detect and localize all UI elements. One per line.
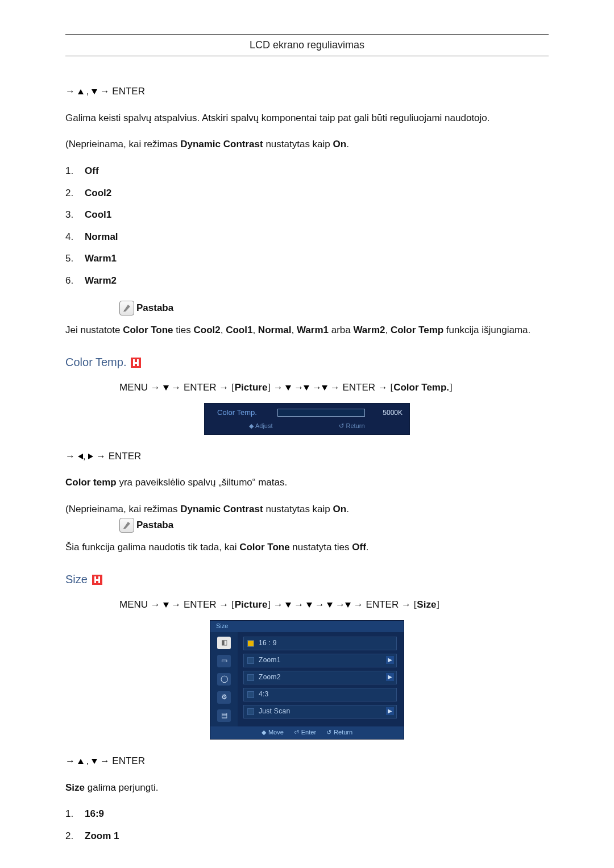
text: Jei nustatote [65,325,123,335]
note-label: Pastaba [136,301,173,315]
text: Cool2 [193,325,220,335]
size-option-just-scan[interactable]: Just Scan ▶ [243,705,397,719]
intro-paragraph-2: (Neprieinama, kai režimas Dynamic Contra… [65,138,549,152]
osd-adjust-hint: ◆ Adjust [249,422,272,431]
nav-sequence-3: → , → ENTER [65,754,549,769]
list-item: 1.16:9 [65,807,549,821]
size-option-zoom1[interactable]: Zoom1 ▶ [243,654,397,667]
arrow-right-icon [88,454,93,459]
rule-top [65,34,549,35]
color-temp-label: Color temp [65,477,117,488]
color-tone-option-list: 1.Off 2.Cool2 3.Cool1 4.Normal 5.Warm1 6… [65,164,549,288]
color-temp-label: Color Temp [391,325,443,335]
option-label: 4:3 [259,690,269,699]
text: . [366,542,369,553]
page-title: LCD ekrano reguliavimas [65,39,549,51]
option-warm1: Warm1 [85,253,117,264]
size-option-zoom2[interactable]: Zoom2 ▶ [243,671,397,684]
on-label: On [333,504,347,514]
text: Move [268,728,284,737]
osd-slider[interactable] [277,409,365,417]
text: arba [329,325,353,335]
text: nustatyta ties [290,542,352,553]
side-icon-multi[interactable]: ▤ [217,709,231,722]
nav-sequence-1: → , → ENTER [65,85,549,99]
source-h-icon [92,575,102,585]
arrow-down-icon [92,759,97,764]
menu-label: MENU [119,599,148,610]
arrow-down-icon [285,385,291,391]
menu-label: MENU [119,382,148,393]
arrow-down-icon [306,603,312,608]
section-heading-size: Size [65,571,549,588]
section-title: Size [65,571,88,588]
check-icon [247,691,254,698]
osd-color-temp-panel: Color Temp. 5000K ◆ Adjust ↺ Return [204,403,410,435]
osd-size-footer: ◆ Move ⏎ Enter ↺ Return [210,726,404,739]
option-label: 16 : 9 [259,638,277,648]
footer-return: ↺ Return [326,728,352,737]
text: Normal [258,325,292,335]
menu-path-size: MENU → → ENTER → [Picture] → → → → → ENT… [119,598,549,612]
picture-label: Picture [235,599,268,610]
text: Warm2 [353,325,385,335]
list-item: 6.Warm2 [65,274,549,288]
list-item: 3.Cool1 [65,208,549,222]
size-option-4-3[interactable]: 4:3 [243,688,397,701]
arrow-down-icon [163,385,169,391]
arrow-down-icon [327,603,333,608]
body: → , → ENTER Galima keisti spalvų atspalv… [65,85,549,843]
text: nustatytas kaip [263,504,333,514]
size-option-list: 1.16:9 2.Zoom 1 [65,807,549,843]
option-cool1: Cool1 [85,209,111,220]
side-icon-input[interactable]: ◧ [217,637,231,649]
enter-label: ENTER [112,86,145,97]
text: , [252,325,258,335]
text: Cool1 [226,325,252,335]
osd-row: Color Temp. 5000K [205,404,409,421]
text: Return [334,728,352,737]
osd-color-temp: Color Temp. 5000K ◆ Adjust ↺ Return [65,403,549,435]
on-label: On [333,139,347,149]
arrow-down-icon [92,89,97,94]
list-item: 5.Warm1 [65,252,549,266]
list-item: 2.Zoom 1 [65,829,549,844]
arrow-left-icon [78,454,83,459]
osd-size-body: ◧ ▭ ◯ ⚙ ▤ 16 : 9 Zoom1 [210,632,404,726]
source-h-icon [131,358,141,368]
submenu-arrow-icon: ▶ [386,673,394,681]
osd-label: Color Temp. [217,408,268,418]
osd-size-list: 16 : 9 Zoom1 ▶ Zoom2 ▶ [238,632,404,726]
intro-paragraph-1: Galima keisti spalvų atspalvius. Atskiri… [65,111,549,126]
arrow-up-icon [78,759,84,764]
dynamic-contrast-label: Dynamic Contrast [180,504,263,514]
text: funkcija išjungiama. [443,325,530,335]
text: Šia funkcija galima naudotis tik tada, k… [65,542,239,553]
side-icon-sound[interactable]: ◯ [217,673,231,686]
osd-side-icons: ◧ ▭ ◯ ⚙ ▤ [210,632,238,726]
text: , [221,325,226,335]
size-option-16-9[interactable]: 16 : 9 [243,637,397,650]
text: yra paveikslėlio spalvų „šiltumo“ matas. [117,477,287,488]
text: galima perjungti. [85,782,158,793]
side-icon-setup[interactable]: ⚙ [217,691,231,704]
submenu-arrow-icon: ▶ [386,707,394,715]
arrow-down-icon [304,385,309,391]
note-label: Pastaba [136,518,173,533]
menu-path-color-temp: MENU → → ENTER → [Picture] → → → → ENTER… [119,381,549,395]
text: Enter [301,728,316,737]
enter-label: ENTER [342,382,375,393]
rule-under-title [65,56,549,56]
osd-size-panel: Size ◧ ▭ ◯ ⚙ ▤ 16 : 9 [210,620,404,740]
option-cool2: Cool2 [85,188,111,198]
color-tone-label: Color Tone [239,542,289,553]
check-icon [247,674,254,681]
list-item: 1.Off [65,164,549,178]
option-label: Just Scan [259,707,290,716]
text: Return [346,422,365,429]
footer-enter: ⏎ Enter [294,728,316,737]
text: (Neprieinama, kai režimas [65,139,180,149]
arrow-down-icon [345,603,351,608]
side-icon-picture[interactable]: ▭ [217,655,231,667]
text: , [291,325,296,335]
